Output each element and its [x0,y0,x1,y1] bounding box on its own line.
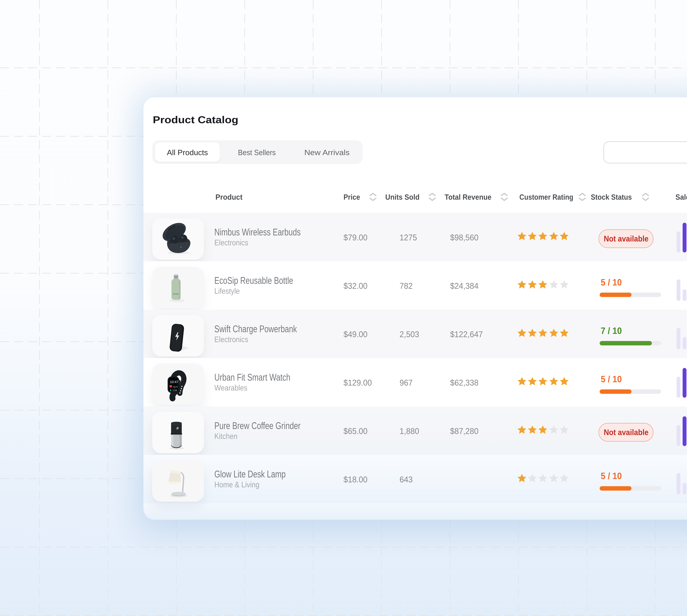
svg-text:1:24: 1:24 [173,389,177,391]
svg-text:10:47: 10:47 [170,380,178,383]
svg-text:72: 72 [173,386,176,388]
svg-text:EcoSip: EcoSip [173,292,179,295]
